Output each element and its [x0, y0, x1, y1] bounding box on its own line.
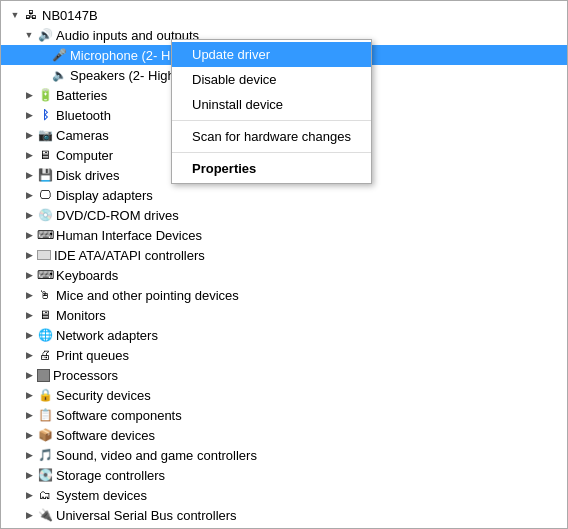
- hid-chevron[interactable]: [21, 227, 37, 243]
- keyboards-chevron[interactable]: [21, 267, 37, 283]
- tree-item-dvd[interactable]: 💿 DVD/CD-ROM drives: [1, 205, 567, 225]
- mice-label: Mice and other pointing devices: [56, 288, 567, 303]
- security-chevron[interactable]: [21, 387, 37, 403]
- audio-icon: 🔊: [37, 27, 53, 43]
- context-menu-scan[interactable]: Scan for hardware changes: [172, 124, 371, 149]
- root-chevron[interactable]: [7, 7, 23, 23]
- ide-label: IDE ATA/ATAPI controllers: [54, 248, 567, 263]
- ide-icon: [37, 250, 51, 260]
- tree-item-ide[interactable]: IDE ATA/ATAPI controllers: [1, 245, 567, 265]
- tree-item-sound[interactable]: 🎵 Sound, video and game controllers: [1, 445, 567, 465]
- context-menu-sep2: [172, 152, 371, 153]
- tree-item-monitors[interactable]: 🖥 Monitors: [1, 305, 567, 325]
- system-chevron[interactable]: [21, 487, 37, 503]
- monitors-icon: 🖥: [37, 307, 53, 323]
- monitors-label: Monitors: [56, 308, 567, 323]
- dvd-chevron[interactable]: [21, 207, 37, 223]
- security-icon: 🔒: [37, 387, 53, 403]
- context-menu-update[interactable]: Update driver: [172, 42, 371, 67]
- tree-item-print[interactable]: 🖨 Print queues: [1, 345, 567, 365]
- mic-chevron: [35, 47, 51, 63]
- tree-item-usb[interactable]: 🔌 Universal Serial Bus controllers: [1, 505, 567, 525]
- disk-chevron[interactable]: [21, 167, 37, 183]
- display-label: Display adapters: [56, 188, 567, 203]
- monitors-chevron[interactable]: [21, 307, 37, 323]
- sound-label: Sound, video and game controllers: [56, 448, 567, 463]
- usb-label: Universal Serial Bus controllers: [56, 508, 567, 523]
- softwaredev-label: Software devices: [56, 428, 567, 443]
- context-menu: Update driver Disable device Uninstall d…: [171, 39, 372, 184]
- sound-icon: 🎵: [37, 447, 53, 463]
- tree-item-keyboards[interactable]: ⌨ Keyboards: [1, 265, 567, 285]
- batteries-icon: 🔋: [37, 87, 53, 103]
- softwaredev-chevron[interactable]: [21, 427, 37, 443]
- network-label: Network adapters: [56, 328, 567, 343]
- print-chevron[interactable]: [21, 347, 37, 363]
- context-menu-disable[interactable]: Disable device: [172, 67, 371, 92]
- tree-item-network[interactable]: 🌐 Network adapters: [1, 325, 567, 345]
- tree-item-softwarecomp[interactable]: 📋 Software components: [1, 405, 567, 425]
- ide-chevron[interactable]: [21, 247, 37, 263]
- processors-icon: [37, 369, 50, 382]
- hid-label: Human Interface Devices: [56, 228, 567, 243]
- tree-item-security[interactable]: 🔒 Security devices: [1, 385, 567, 405]
- keyboards-icon: ⌨: [37, 267, 53, 283]
- root-label: NB0147B: [42, 8, 567, 23]
- storage-label: Storage controllers: [56, 468, 567, 483]
- context-menu-properties[interactable]: Properties: [172, 156, 371, 181]
- usb-chevron[interactable]: [21, 507, 37, 523]
- tree-root[interactable]: 🖧 NB0147B: [1, 5, 567, 25]
- computer-icon: 🖥: [37, 147, 53, 163]
- storage-chevron[interactable]: [21, 467, 37, 483]
- context-menu-sep1: [172, 120, 371, 121]
- security-label: Security devices: [56, 388, 567, 403]
- processors-label: Processors: [53, 368, 567, 383]
- speakers-icon: 🔈: [51, 67, 67, 83]
- batteries-chevron[interactable]: [21, 87, 37, 103]
- tree-item-storage[interactable]: 💽 Storage controllers: [1, 465, 567, 485]
- softwarecomp-label: Software components: [56, 408, 567, 423]
- softwarecomp-icon: 📋: [37, 407, 53, 423]
- storage-icon: 💽: [37, 467, 53, 483]
- tree-item-hid[interactable]: ⌨ Human Interface Devices: [1, 225, 567, 245]
- device-manager-tree: 🖧 NB0147B 🔊 Audio inputs and outputs 🎤 M…: [1, 1, 567, 528]
- speakers-chevron: [35, 67, 51, 83]
- network-chevron[interactable]: [21, 327, 37, 343]
- bluetooth-icon: ᛒ: [37, 107, 53, 123]
- system-label: System devices: [56, 488, 567, 503]
- disk-icon: 💾: [37, 167, 53, 183]
- usb-icon: 🔌: [37, 507, 53, 523]
- root-icon: 🖧: [23, 7, 39, 23]
- print-icon: 🖨: [37, 347, 53, 363]
- tree-item-system[interactable]: 🗂 System devices: [1, 485, 567, 505]
- bluetooth-chevron[interactable]: [21, 107, 37, 123]
- softwarecomp-chevron[interactable]: [21, 407, 37, 423]
- hid-icon: ⌨: [37, 227, 53, 243]
- mice-icon: 🖱: [37, 287, 53, 303]
- mice-chevron[interactable]: [21, 287, 37, 303]
- softwaredev-icon: 📦: [37, 427, 53, 443]
- keyboards-label: Keyboards: [56, 268, 567, 283]
- system-icon: 🗂: [37, 487, 53, 503]
- display-icon: 🖵: [37, 187, 53, 203]
- tree-item-softwaredev[interactable]: 📦 Software devices: [1, 425, 567, 445]
- print-label: Print queues: [56, 348, 567, 363]
- dvd-label: DVD/CD-ROM drives: [56, 208, 567, 223]
- mic-icon: 🎤: [51, 47, 67, 63]
- tree-item-display[interactable]: 🖵 Display adapters: [1, 185, 567, 205]
- computer-chevron[interactable]: [21, 147, 37, 163]
- sound-chevron[interactable]: [21, 447, 37, 463]
- network-icon: 🌐: [37, 327, 53, 343]
- audio-chevron[interactable]: [21, 27, 37, 43]
- tree-item-mice[interactable]: 🖱 Mice and other pointing devices: [1, 285, 567, 305]
- display-chevron[interactable]: [21, 187, 37, 203]
- tree-item-processors[interactable]: Processors: [1, 365, 567, 385]
- context-menu-uninstall[interactable]: Uninstall device: [172, 92, 371, 117]
- dvd-icon: 💿: [37, 207, 53, 223]
- cameras-chevron[interactable]: [21, 127, 37, 143]
- processors-chevron[interactable]: [21, 367, 37, 383]
- cameras-icon: 📷: [37, 127, 53, 143]
